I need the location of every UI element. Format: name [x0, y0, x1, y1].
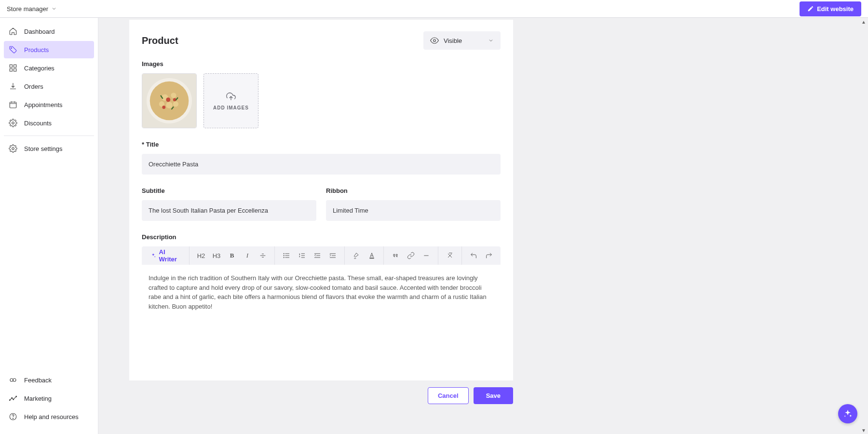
svg-point-6	[12, 122, 14, 124]
svg-point-16	[434, 40, 436, 42]
sidebar-item-label: Discounts	[24, 120, 52, 127]
outdent-button[interactable]	[310, 248, 325, 263]
svg-point-12	[13, 399, 14, 400]
edit-website-button[interactable]: Edit website	[800, 1, 861, 16]
chevron-down-icon	[51, 6, 57, 12]
sparkle-icon	[150, 252, 156, 259]
home-icon	[9, 27, 17, 36]
italic-button[interactable]: I	[240, 248, 255, 263]
bold-button[interactable]: B	[224, 248, 240, 263]
svg-point-15	[13, 418, 13, 419]
svg-point-33	[284, 257, 284, 258]
sidebar-item-label: Marketing	[24, 395, 52, 402]
svg-point-31	[284, 253, 284, 254]
svg-point-32	[284, 255, 284, 256]
grid-icon	[9, 64, 17, 72]
sidebar: Dashboard Products Categories Orders App…	[0, 18, 98, 434]
strikethrough-button[interactable]	[255, 248, 271, 263]
sidebar-item-store-settings[interactable]: Store settings	[4, 140, 94, 157]
svg-point-10	[9, 400, 10, 401]
svg-point-13	[16, 396, 17, 397]
app-label: Store manager	[7, 5, 48, 13]
sidebar-item-feedback[interactable]: Feedback	[4, 371, 94, 389]
bullet-list-icon	[283, 252, 290, 259]
download-icon	[9, 82, 17, 91]
outdent-icon	[313, 252, 321, 259]
sidebar-item-help[interactable]: Help and resources	[4, 408, 94, 425]
save-button[interactable]: Save	[474, 387, 513, 404]
ai-writer-label: AI Writer	[159, 248, 180, 263]
redo-button[interactable]	[481, 248, 497, 263]
minus-icon	[422, 252, 430, 259]
settings-icon	[9, 144, 17, 153]
sidebar-item-label: Categories	[24, 65, 54, 72]
scroll-up-arrow[interactable]: ▲	[861, 19, 866, 25]
pasta-image	[142, 74, 196, 128]
scroll-down-arrow[interactable]: ▼	[861, 428, 866, 433]
clear-format-button[interactable]	[442, 248, 458, 263]
svg-point-25	[166, 97, 170, 102]
highlight-icon	[353, 252, 360, 259]
ai-fab[interactable]	[838, 404, 857, 423]
ribbon-label: Ribbon	[326, 187, 501, 194]
sidebar-item-label: Orders	[24, 83, 43, 90]
add-images-button[interactable]: ADD IMAGES	[203, 73, 258, 128]
svg-rect-3	[10, 69, 12, 71]
sidebar-item-label: Products	[24, 46, 49, 54]
title-input[interactable]	[142, 154, 501, 175]
ai-writer-button[interactable]: AI Writer	[146, 246, 185, 265]
sidebar-item-label: Appointments	[24, 101, 63, 108]
sidebar-item-marketing[interactable]: Marketing	[4, 390, 94, 407]
sidebar-item-orders[interactable]: Orders	[4, 78, 94, 95]
svg-rect-5	[10, 102, 16, 108]
svg-point-8	[10, 379, 13, 381]
panel-title: Product	[142, 35, 178, 46]
link-button[interactable]	[403, 248, 419, 263]
clear-format-icon	[446, 252, 454, 259]
svg-point-11	[12, 397, 13, 398]
edit-website-label: Edit website	[817, 5, 854, 13]
tag-icon	[9, 45, 17, 54]
cloud-upload-icon	[226, 92, 236, 101]
pencil-icon	[807, 5, 814, 12]
sidebar-item-label: Feedback	[24, 377, 52, 384]
product-panel: Product Visible Images	[129, 20, 513, 380]
chevron-down-icon	[488, 38, 494, 43]
text-color-button[interactable]	[364, 248, 380, 263]
visibility-label: Visible	[444, 37, 462, 44]
undo-button[interactable]	[466, 248, 481, 263]
sidebar-item-products[interactable]: Products	[4, 41, 94, 58]
sidebar-item-discounts[interactable]: Discounts	[4, 114, 94, 132]
ordered-list-button[interactable]	[294, 248, 310, 263]
strikethrough-icon	[259, 252, 267, 259]
sidebar-item-label: Help and resources	[24, 413, 79, 420]
svg-rect-2	[14, 65, 16, 67]
quote-button[interactable]	[388, 248, 403, 263]
images-label: Images	[142, 60, 501, 68]
svg-point-22	[166, 102, 172, 108]
product-image-thumb[interactable]	[142, 73, 197, 128]
svg-point-0	[11, 48, 12, 49]
svg-point-9	[13, 379, 16, 381]
highlight-button[interactable]	[349, 248, 364, 263]
indent-button[interactable]	[325, 248, 340, 263]
subtitle-input[interactable]	[142, 200, 316, 221]
h2-button[interactable]: H2	[193, 248, 209, 263]
svg-point-23	[173, 101, 178, 107]
sidebar-item-dashboard[interactable]: Dashboard	[4, 23, 94, 40]
visibility-select[interactable]: Visible	[423, 31, 501, 50]
ribbon-input[interactable]	[326, 200, 501, 221]
bullet-list-button[interactable]	[279, 248, 294, 263]
app-switcher[interactable]: Store manager	[7, 5, 57, 13]
h3-button[interactable]: H3	[209, 248, 224, 263]
svg-rect-1	[10, 65, 12, 67]
svg-rect-4	[14, 69, 16, 71]
sidebar-item-appointments[interactable]: Appointments	[4, 96, 94, 113]
divider-button[interactable]	[419, 248, 434, 263]
svg-point-7	[12, 148, 14, 150]
indent-icon	[329, 252, 337, 259]
sidebar-item-categories[interactable]: Categories	[4, 59, 94, 77]
cancel-button[interactable]: Cancel	[428, 387, 469, 404]
sidebar-separator	[4, 136, 94, 136]
description-editor[interactable]: Indulge in the rich tradition of Souther…	[142, 265, 501, 361]
